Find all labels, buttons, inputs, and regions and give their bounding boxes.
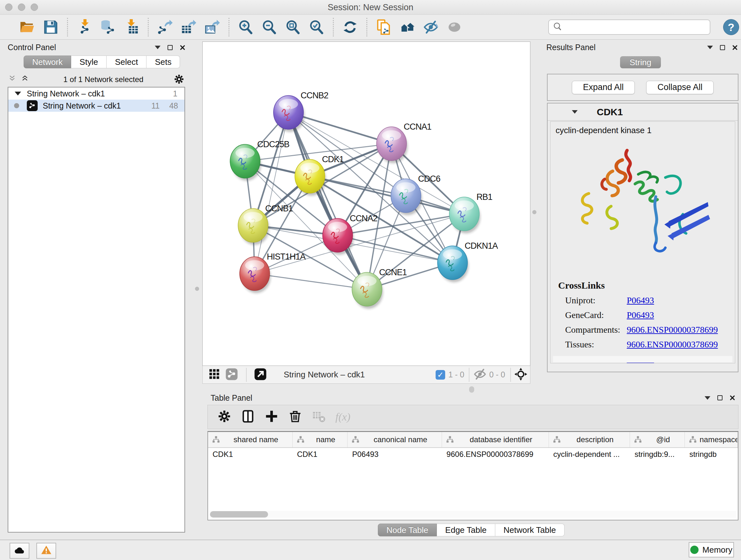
left-splitter-handle[interactable] bbox=[195, 287, 199, 291]
column-header-databaseidentifier[interactable]: database identifier bbox=[442, 432, 549, 447]
tab-sets[interactable]: Sets bbox=[146, 56, 180, 68]
tab-select[interactable]: Select bbox=[107, 56, 146, 68]
import-table-from-file-icon[interactable] bbox=[120, 17, 143, 37]
protein-section-header[interactable]: CDK1 bbox=[548, 104, 738, 121]
refresh-view-icon[interactable] bbox=[338, 17, 362, 37]
selected-counts: 1 - 0 bbox=[448, 370, 464, 379]
right-splitter-handle[interactable] bbox=[532, 210, 536, 214]
export-image-icon[interactable] bbox=[200, 17, 224, 37]
hidden-eye-slash-icon[interactable] bbox=[473, 368, 487, 382]
collapse-panel-icon[interactable] bbox=[155, 46, 160, 49]
import-network-from-file-icon[interactable] bbox=[72, 17, 96, 37]
collapse-results-icon[interactable] bbox=[707, 46, 713, 49]
column-header-name[interactable]: name bbox=[293, 432, 348, 447]
crosslink-link[interactable]: 9606.ENSP00000378699 bbox=[627, 339, 718, 350]
column-header-canonicalname[interactable]: canonical name bbox=[347, 432, 442, 447]
help-button[interactable]: ? bbox=[723, 19, 739, 35]
scrollbar-thumb[interactable] bbox=[210, 511, 268, 517]
birdseye-mode-icon[interactable] bbox=[225, 368, 239, 382]
zoom-fit-content-icon[interactable] bbox=[281, 17, 305, 37]
table-row[interactable]: CDK1CDK1P064939606.ENSP00000378699cyclin… bbox=[208, 448, 738, 461]
import-network-from-database-icon[interactable] bbox=[96, 17, 120, 37]
open-session-icon[interactable] bbox=[15, 17, 39, 37]
network-tree: String Network – cdk1 1 String Network –… bbox=[8, 87, 185, 533]
collapse-all-button[interactable]: Collapse All bbox=[646, 81, 714, 94]
node-label: RB1 bbox=[476, 192, 492, 202]
search-box[interactable] bbox=[548, 19, 711, 35]
crosshair-icon[interactable] bbox=[514, 368, 528, 382]
tab-network-table[interactable]: Network Table bbox=[495, 523, 564, 537]
column-header-sharedname[interactable]: shared name bbox=[208, 432, 293, 447]
close-results-icon[interactable] bbox=[732, 45, 738, 51]
show-all-icon[interactable] bbox=[443, 17, 466, 37]
table-cell[interactable]: cyclin-dependent ... bbox=[549, 448, 630, 461]
save-session-icon[interactable] bbox=[39, 17, 63, 37]
memory-button[interactable]: Memory bbox=[689, 542, 734, 557]
tab-edge-table[interactable]: Edge Table bbox=[437, 523, 495, 537]
add-row-icon[interactable] bbox=[265, 409, 279, 425]
hide-selected-icon[interactable] bbox=[419, 17, 443, 37]
float-panel-icon[interactable] bbox=[167, 45, 173, 50]
results-tab-string[interactable]: String bbox=[620, 56, 661, 68]
network-row[interactable]: String Network – cdk1 11 48 bbox=[8, 100, 185, 112]
float-table-icon[interactable] bbox=[718, 395, 723, 400]
table-cell[interactable]: P06493 bbox=[347, 448, 442, 461]
collapse-table-icon[interactable] bbox=[704, 396, 711, 400]
float-results-icon[interactable] bbox=[720, 45, 725, 50]
crosslink-link[interactable]: P06493 bbox=[627, 310, 654, 320]
node-label: CDC25B bbox=[257, 139, 289, 149]
crosslink-link[interactable]: P06493 bbox=[627, 295, 654, 306]
table-cell[interactable]: stringdb:9... bbox=[630, 448, 685, 461]
table-settings-icon[interactable] bbox=[217, 409, 231, 425]
new-network-from-selection-icon[interactable] bbox=[372, 17, 395, 37]
node-RB1[interactable]: RB1 bbox=[449, 192, 492, 231]
network-collection-row[interactable]: String Network – cdk1 1 bbox=[8, 87, 185, 100]
expand-all-networks-icon[interactable] bbox=[20, 75, 33, 84]
search-input[interactable] bbox=[562, 21, 710, 34]
results-scrollbar[interactable] bbox=[553, 356, 732, 362]
column-header-id[interactable]: @id bbox=[630, 432, 685, 447]
column-header-description[interactable]: description bbox=[549, 432, 630, 447]
node-CDKN1A[interactable]: CDKN1A bbox=[437, 241, 498, 280]
cloud-icon bbox=[14, 544, 25, 557]
node-HIST1H1A[interactable]: HIST1H1A bbox=[240, 252, 306, 291]
zoom-out-icon[interactable] bbox=[258, 17, 281, 37]
first-neighbors-icon[interactable] bbox=[395, 17, 419, 37]
warnings-button[interactable] bbox=[37, 543, 56, 559]
tab-node-table[interactable]: Node Table bbox=[378, 523, 437, 537]
tab-style[interactable]: Style bbox=[71, 56, 107, 68]
edge-CCNB2-HIST1H1A[interactable] bbox=[255, 112, 288, 273]
table-cell[interactable]: stringdb bbox=[685, 448, 738, 461]
edge-CCNB2-CCNE1[interactable] bbox=[288, 112, 367, 289]
crosslink-link[interactable]: 9606.ENSP00000378699 bbox=[627, 325, 718, 335]
network-view-canvas[interactable]: CCNB2CCNA1CDC25BCDK1CDC6RB1CCNB1CCNA2HIS… bbox=[202, 42, 530, 366]
node-CDK1[interactable]: CDK1 bbox=[295, 154, 344, 193]
open-in-window-icon[interactable] bbox=[254, 368, 267, 382]
tab-network[interactable]: Network bbox=[23, 56, 71, 68]
zoom-selected-region-icon[interactable] bbox=[305, 17, 328, 37]
node-label: CDK1 bbox=[322, 154, 344, 164]
network-options-gear-icon[interactable] bbox=[174, 74, 185, 85]
close-panel-icon[interactable] bbox=[180, 45, 185, 51]
grid-mode-icon[interactable] bbox=[208, 368, 221, 382]
node-gloss bbox=[279, 99, 298, 109]
zoom-in-icon[interactable] bbox=[234, 17, 258, 37]
tree-expand-icon[interactable] bbox=[15, 91, 21, 96]
column-header-namespace[interactable]: namespace bbox=[685, 432, 738, 447]
delete-table-icon bbox=[312, 409, 326, 425]
export-network-icon[interactable] bbox=[153, 17, 177, 37]
selected-checkbox[interactable]: ✓ bbox=[435, 370, 445, 380]
delete-row-icon[interactable] bbox=[288, 409, 302, 425]
expand-all-button[interactable]: Expand All bbox=[572, 81, 635, 94]
edge-HIST1H1A-CCNE1[interactable] bbox=[255, 273, 367, 289]
collapse-all-networks-icon[interactable] bbox=[8, 75, 20, 84]
edge-CCNA2-CDKN1A[interactable] bbox=[338, 235, 453, 263]
show-hide-columns-icon[interactable] bbox=[241, 409, 255, 425]
cloud-button[interactable] bbox=[10, 543, 29, 559]
horizontal-splitter-handle[interactable] bbox=[469, 386, 474, 393]
table-cell[interactable]: CDK1 bbox=[208, 448, 293, 461]
table-cell[interactable]: 9606.ENSP00000378699 bbox=[442, 448, 549, 461]
table-cell[interactable]: CDK1 bbox=[293, 448, 348, 461]
export-table-icon[interactable] bbox=[177, 17, 200, 37]
close-table-icon[interactable] bbox=[730, 395, 735, 401]
